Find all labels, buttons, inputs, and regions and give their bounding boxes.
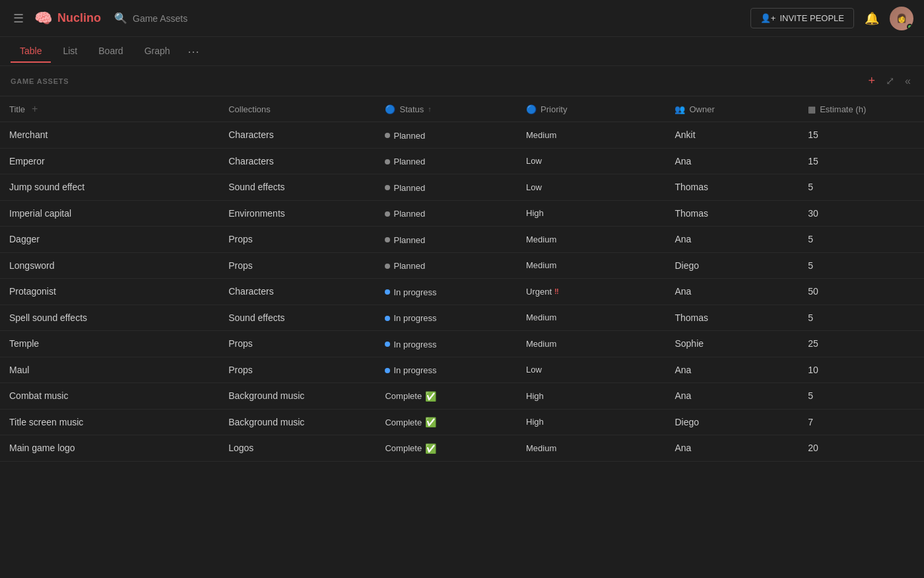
status-cell: In progress bbox=[385, 287, 436, 297]
cell-title[interactable]: Spell sound effects bbox=[0, 305, 219, 331]
expand-icon[interactable]: ⤢ bbox=[883, 73, 897, 89]
status-cell: In progress bbox=[385, 365, 436, 375]
search-area[interactable]: 🔍 Game Assets bbox=[114, 12, 742, 24]
cell-status: In progress bbox=[376, 357, 517, 383]
cell-estimate: 50 bbox=[799, 279, 924, 305]
cell-priority: Low bbox=[517, 174, 665, 201]
tab-list[interactable]: List bbox=[53, 40, 86, 63]
cell-title[interactable]: Combat music bbox=[0, 383, 219, 410]
cell-title[interactable]: Title screen music bbox=[0, 409, 219, 435]
add-column-title-button[interactable]: + bbox=[29, 103, 40, 115]
cell-estimate: 5 bbox=[799, 305, 924, 331]
hamburger-menu[interactable]: ☰ bbox=[11, 9, 26, 28]
cell-owner: Ana bbox=[665, 227, 799, 253]
section-actions: + ⤢ « bbox=[866, 73, 913, 89]
table-row[interactable]: Title screen music Background music Comp… bbox=[0, 409, 924, 435]
cell-owner: Sophie bbox=[665, 331, 799, 357]
cell-collection: Environments bbox=[219, 200, 376, 227]
cell-title[interactable]: Imperial capital bbox=[0, 200, 219, 227]
estimate-col-icon: ▦ bbox=[808, 104, 816, 114]
cell-title[interactable]: Main game logo bbox=[0, 435, 219, 462]
cell-title[interactable]: Merchant bbox=[0, 122, 219, 149]
status-cell: In progress bbox=[385, 313, 436, 323]
cell-status: Planned bbox=[376, 148, 517, 174]
cell-status: In progress bbox=[376, 279, 517, 305]
cell-estimate: 5 bbox=[799, 383, 924, 410]
cell-status: Planned bbox=[376, 252, 517, 279]
cell-priority: Medium bbox=[517, 227, 665, 253]
cell-collection: Characters bbox=[219, 148, 376, 174]
status-cell: Planned bbox=[385, 209, 425, 219]
status-cell: Complete ✅ bbox=[385, 417, 436, 427]
table-row[interactable]: Spell sound effects Sound effects In pro… bbox=[0, 305, 924, 331]
priority-cell: Medium bbox=[526, 130, 656, 140]
tab-graph[interactable]: Graph bbox=[135, 40, 180, 63]
cell-owner: Ana bbox=[665, 357, 799, 383]
cell-title[interactable]: Maul bbox=[0, 357, 219, 383]
cell-title[interactable]: Emperor bbox=[0, 148, 219, 174]
cell-collection: Sound effects bbox=[219, 174, 376, 201]
cell-collection: Characters bbox=[219, 279, 376, 305]
cell-owner: Diego bbox=[665, 409, 799, 435]
table-row[interactable]: Protagonist Characters In progress Urgen… bbox=[0, 279, 924, 305]
table-row[interactable]: Merchant Characters Planned Medium Ankit… bbox=[0, 122, 924, 149]
priority-cell: Medium bbox=[526, 443, 656, 453]
status-cell: Complete ✅ bbox=[385, 443, 436, 454]
data-table: Title + ⋮ Collections ⋮ 🔵 Status ↑ bbox=[0, 96, 924, 462]
table-row[interactable]: Imperial capital Environments Planned Hi… bbox=[0, 200, 924, 227]
priority-cell: Low bbox=[526, 365, 656, 375]
status-cell: Planned bbox=[385, 157, 425, 166]
logo-text: Nuclino bbox=[57, 11, 101, 25]
cell-title[interactable]: Temple bbox=[0, 331, 219, 357]
tab-more-button[interactable]: ⋯ bbox=[182, 42, 205, 61]
table-row[interactable]: Temple Props In progress Medium Sophie 2… bbox=[0, 331, 924, 357]
table-row[interactable]: Combat music Background music Complete ✅… bbox=[0, 383, 924, 410]
cell-priority: High bbox=[517, 409, 665, 435]
tab-board[interactable]: Board bbox=[89, 40, 132, 63]
cell-title[interactable]: Jump sound effect bbox=[0, 174, 219, 201]
online-status-dot bbox=[907, 24, 913, 30]
col-header-estimate: ▦ Estimate (h) ⋮ bbox=[799, 96, 924, 122]
table-row[interactable]: Maul Props In progress Low Ana 10 bbox=[0, 357, 924, 383]
table-row[interactable]: Emperor Characters Planned Low Ana 15 bbox=[0, 148, 924, 174]
cell-collection: Background music bbox=[219, 409, 376, 435]
col-header-status: 🔵 Status ↑ ⋮ bbox=[376, 96, 517, 122]
search-icon: 🔍 bbox=[114, 12, 127, 24]
notification-bell-icon[interactable]: 🔔 bbox=[865, 11, 879, 26]
cell-owner: Ana bbox=[665, 279, 799, 305]
table-row[interactable]: Jump sound effect Sound effects Planned … bbox=[0, 174, 924, 201]
table-row[interactable]: Dagger Props Planned Medium Ana 5 bbox=[0, 227, 924, 253]
status-sort-icon[interactable]: ↑ bbox=[428, 105, 432, 113]
cell-priority: High bbox=[517, 383, 665, 410]
invite-people-button[interactable]: 👤+ INVITE PEOPLE bbox=[750, 8, 854, 28]
cell-priority: Low bbox=[517, 357, 665, 383]
col-header-collections: Collections ⋮ bbox=[219, 96, 376, 122]
cell-collection: Background music bbox=[219, 383, 376, 410]
section-title: GAME ASSETS bbox=[11, 77, 861, 85]
add-column-button[interactable]: + bbox=[866, 73, 878, 89]
cell-collection: Props bbox=[219, 357, 376, 383]
cell-estimate: 15 bbox=[799, 122, 924, 149]
cell-estimate: 5 bbox=[799, 227, 924, 253]
cell-estimate: 5 bbox=[799, 252, 924, 279]
table-row[interactable]: Longsword Props Planned Medium Diego 5 bbox=[0, 252, 924, 279]
cell-title[interactable]: Dagger bbox=[0, 227, 219, 253]
cell-status: Complete ✅ bbox=[376, 435, 517, 462]
cell-priority: Medium bbox=[517, 435, 665, 462]
col-title-label: Title bbox=[9, 104, 25, 114]
priority-cell: Low bbox=[526, 182, 656, 192]
avatar[interactable]: 👩 bbox=[890, 7, 913, 30]
cell-status: Planned bbox=[376, 122, 517, 149]
cell-title[interactable]: Protagonist bbox=[0, 279, 219, 305]
cell-owner: Diego bbox=[665, 252, 799, 279]
priority-cell: Low bbox=[526, 156, 656, 166]
tab-table[interactable]: Table bbox=[11, 40, 51, 63]
priority-cell: Medium bbox=[526, 260, 656, 270]
priority-cell: High bbox=[526, 417, 656, 427]
table-row[interactable]: Main game logo Logos Complete ✅ Medium A… bbox=[0, 435, 924, 462]
cell-owner: Thomas bbox=[665, 200, 799, 227]
cell-title[interactable]: Longsword bbox=[0, 252, 219, 279]
cell-priority: Medium bbox=[517, 305, 665, 331]
collapse-icon[interactable]: « bbox=[902, 74, 913, 89]
priority-cell: Medium bbox=[526, 339, 656, 349]
